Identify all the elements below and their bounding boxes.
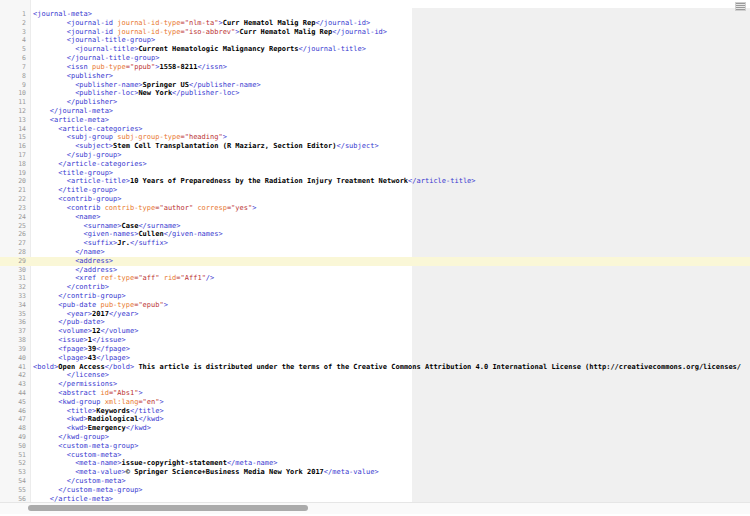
- line-content[interactable]: <meta-value>© Springer Science+Business …: [30, 468, 750, 477]
- xml-editor[interactable]: 1<journal-meta>2 <journal-id journal-id-…: [0, 0, 750, 516]
- line-content[interactable]: <journal-id journal-id-type="nlm-ta">Cur…: [30, 19, 750, 28]
- code-line[interactable]: 13 <article-meta>: [0, 116, 750, 125]
- line-content[interactable]: </license>: [30, 371, 750, 380]
- line-content[interactable]: </pub-date>: [30, 318, 750, 327]
- code-line[interactable]: 8 <publisher>: [0, 72, 750, 81]
- code-line[interactable]: 50 <custom-meta-group>: [0, 442, 750, 451]
- scrollbar-thumb[interactable]: [28, 505, 308, 511]
- line-content[interactable]: </contrib>: [30, 283, 750, 292]
- list-icon[interactable]: [735, 2, 746, 11]
- line-content[interactable]: </kwd-group>: [30, 433, 750, 442]
- code-line[interactable]: 12 </journal-meta>: [0, 107, 750, 116]
- line-content[interactable]: <journal-title-group>: [30, 36, 750, 45]
- line-content[interactable]: <kwd>Emergency</kwd>: [30, 424, 750, 433]
- code-line[interactable]: 3 <journal-id journal-id-type="iso-abbre…: [0, 28, 750, 37]
- line-content[interactable]: <subject>Stem Cell Transplantation (R Ma…: [30, 142, 750, 151]
- line-content[interactable]: <publisher-name>Springer US</publisher-n…: [30, 81, 750, 90]
- code-line[interactable]: 26 <given-names>Cullen</given-names>: [0, 230, 750, 239]
- line-content[interactable]: <issn pub-type="ppub">1558-8211</issn>: [30, 63, 750, 72]
- line-content[interactable]: <custom-meta-group>: [30, 442, 750, 451]
- code-line[interactable]: 47 <kwd>Radiological</kwd>: [0, 415, 750, 424]
- code-line[interactable]: 37 <volume>12</volume>: [0, 327, 750, 336]
- code-line[interactable]: 1<journal-meta>: [0, 10, 750, 19]
- line-content[interactable]: <title-group>: [30, 169, 750, 178]
- code-line[interactable]: 49 </kwd-group>: [0, 433, 750, 442]
- line-content[interactable]: <address>: [30, 257, 750, 266]
- code-line[interactable]: 42 </license>: [0, 371, 750, 380]
- code-line[interactable]: 22 <contrib-group>: [0, 195, 750, 204]
- code-line[interactable]: 28 </name>: [0, 248, 750, 257]
- code-line[interactable]: 40 <lpage>43</lpage>: [0, 354, 750, 363]
- code-line[interactable]: 19 <title-group>: [0, 169, 750, 178]
- line-content[interactable]: <article-categories>: [30, 125, 750, 134]
- line-content[interactable]: <journal-id journal-id-type="iso-abbrev"…: [30, 28, 750, 37]
- line-content[interactable]: <abstract id="Abs1">: [30, 389, 750, 398]
- line-content[interactable]: <article-title>10 Years of Preparedness …: [30, 177, 750, 186]
- line-content[interactable]: <volume>12</volume>: [30, 327, 750, 336]
- code-line[interactable]: 5 <journal-title>Current Hematologic Mal…: [0, 45, 750, 54]
- line-content[interactable]: <name>: [30, 213, 750, 222]
- code-line[interactable]: 29 <address>: [0, 257, 750, 266]
- code-line[interactable]: 46 <title>Keywords</title>: [0, 407, 750, 416]
- code-line[interactable]: 9 <publisher-name>Springer US</publisher…: [0, 81, 750, 90]
- line-content[interactable]: </title-group>: [30, 186, 750, 195]
- code-line[interactable]: 39 <fpage>39</fpage>: [0, 345, 750, 354]
- code-line[interactable]: 18 </article-categories>: [0, 160, 750, 169]
- code-line[interactable]: 51 <custom-meta>: [0, 451, 750, 460]
- code-line[interactable]: 36 </pub-date>: [0, 318, 750, 327]
- code-line[interactable]: 24 <name>: [0, 213, 750, 222]
- code-line[interactable]: 7 <issn pub-type="ppub">1558-8211</issn>: [0, 63, 750, 72]
- code-line[interactable]: 15 <subj-group subj-group-type="heading"…: [0, 133, 750, 142]
- line-content[interactable]: <surname>Case</surname>: [30, 222, 750, 231]
- code-line[interactable]: 45 <kwd-group xml:lang="en">: [0, 398, 750, 407]
- code-line[interactable]: 16 <subject>Stem Cell Transplantation (R…: [0, 142, 750, 151]
- code-line[interactable]: 14 <article-categories>: [0, 125, 750, 134]
- line-content[interactable]: <title>Keywords</title>: [30, 407, 750, 416]
- line-content[interactable]: <xref ref-type="aff" rid="Aff1"/>: [30, 274, 750, 283]
- code-line[interactable]: 4 <journal-title-group>: [0, 36, 750, 45]
- line-content[interactable]: <publisher>: [30, 72, 750, 81]
- code-line[interactable]: 48 <kwd>Emergency</kwd>: [0, 424, 750, 433]
- line-content[interactable]: <meta-name>issue-copyright-statement</me…: [30, 459, 750, 468]
- line-content[interactable]: <kwd-group xml:lang="en">: [30, 398, 750, 407]
- code-line[interactable]: 27 <suffix>Jr.</suffix>: [0, 239, 750, 248]
- line-content[interactable]: </permissions>: [30, 380, 750, 389]
- code-line[interactable]: 6 </journal-title-group>: [0, 54, 750, 63]
- line-content[interactable]: <pub-date pub-type="epub">: [30, 301, 750, 310]
- line-content[interactable]: <journal-meta>: [30, 10, 750, 19]
- line-content[interactable]: <subj-group subj-group-type="heading">: [30, 133, 750, 142]
- code-line[interactable]: 54 </custom-meta>: [0, 477, 750, 486]
- code-line[interactable]: 20 <article-title>10 Years of Preparedne…: [0, 177, 750, 186]
- line-content[interactable]: <publisher-loc>New York</publisher-loc>: [30, 89, 750, 98]
- line-content[interactable]: </subj-group>: [30, 151, 750, 160]
- line-content[interactable]: <bold>Open Access</bold> This article is…: [30, 363, 750, 372]
- line-content[interactable]: </custom-meta-group>: [30, 486, 750, 495]
- code-area[interactable]: 1<journal-meta>2 <journal-id journal-id-…: [0, 10, 750, 504]
- code-line[interactable]: 52 <meta-name>issue-copyright-statement<…: [0, 459, 750, 468]
- horizontal-scrollbar[interactable]: [0, 502, 750, 514]
- line-content[interactable]: <suffix>Jr.</suffix>: [30, 239, 750, 248]
- line-content[interactable]: <article-meta>: [30, 116, 750, 125]
- line-content[interactable]: </journal-meta>: [30, 107, 750, 116]
- line-content[interactable]: <kwd>Radiological</kwd>: [30, 415, 750, 424]
- code-line[interactable]: 21 </title-group>: [0, 186, 750, 195]
- code-line[interactable]: 2 <journal-id journal-id-type="nlm-ta">C…: [0, 19, 750, 28]
- code-line[interactable]: 55 </custom-meta-group>: [0, 486, 750, 495]
- line-content[interactable]: <custom-meta>: [30, 451, 750, 460]
- code-line[interactable]: 23 <contrib contrib-type="author" corres…: [0, 204, 750, 213]
- line-content[interactable]: <journal-title>Current Hematologic Malig…: [30, 45, 750, 54]
- code-line[interactable]: 11 </publisher>: [0, 98, 750, 107]
- line-content[interactable]: <year>2017</year>: [30, 310, 750, 319]
- code-line[interactable]: 53 <meta-value>© Springer Science+Busine…: [0, 468, 750, 477]
- line-content[interactable]: </address>: [30, 266, 750, 275]
- code-line[interactable]: 35 <year>2017</year>: [0, 310, 750, 319]
- line-content[interactable]: </name>: [30, 248, 750, 257]
- code-line[interactable]: 25 <surname>Case</surname>: [0, 222, 750, 231]
- code-line[interactable]: 30 </address>: [0, 266, 750, 275]
- code-line[interactable]: 17 </subj-group>: [0, 151, 750, 160]
- code-line[interactable]: 41<bold>Open Access</bold> This article …: [0, 363, 750, 372]
- line-content[interactable]: <fpage>39</fpage>: [30, 345, 750, 354]
- line-content[interactable]: <issue>1</issue>: [30, 336, 750, 345]
- line-content[interactable]: </contrib-group>: [30, 292, 750, 301]
- line-content[interactable]: <contrib contrib-type="author" corresp="…: [30, 204, 750, 213]
